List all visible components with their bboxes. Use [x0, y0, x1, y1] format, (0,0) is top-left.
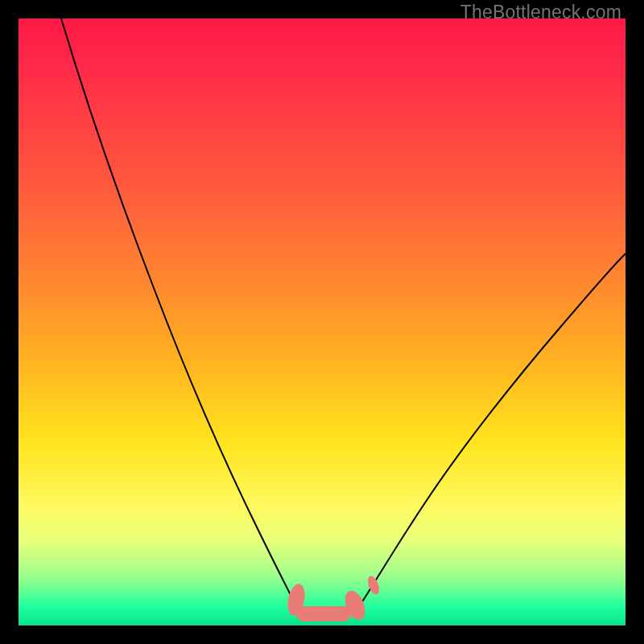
right-bottleneck-curve: [361, 254, 625, 603]
plot-area: [19, 19, 625, 625]
valley-blob-right: [341, 588, 369, 622]
chart-frame: TheBottleneck.com: [0, 0, 644, 644]
curve-layer: [19, 19, 625, 625]
left-bottleneck-curve: [61, 19, 295, 603]
valley-blob-detached: [365, 575, 381, 597]
valley-blob-mid: [296, 606, 351, 621]
valley-blob-left: [285, 582, 308, 617]
valley-marker: [285, 575, 382, 623]
